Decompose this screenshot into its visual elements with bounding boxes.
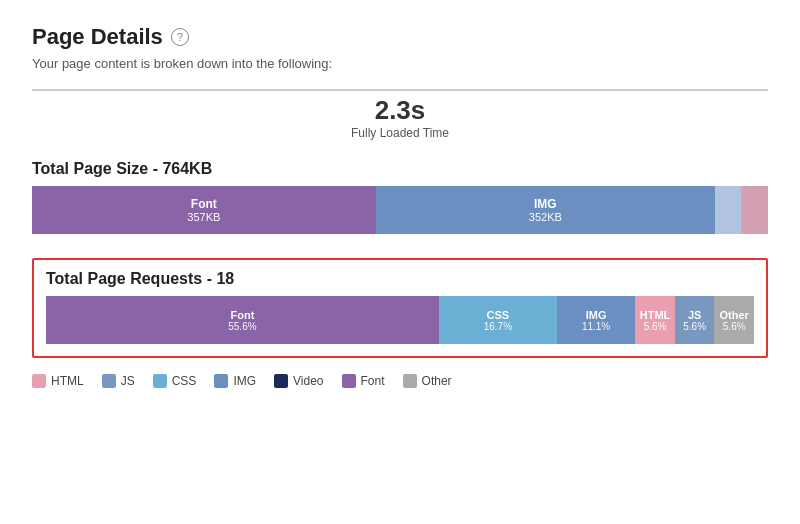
req-bar-segment: HTML5.6% xyxy=(635,296,675,344)
help-badge[interactable]: ? xyxy=(171,28,189,46)
legend-item: Video xyxy=(274,374,323,388)
size-bar-segment xyxy=(715,186,741,234)
legend-color-box xyxy=(403,374,417,388)
size-bar-segment: Font357KB xyxy=(32,186,376,234)
legend-color-box xyxy=(274,374,288,388)
flt-line xyxy=(32,89,768,91)
legend-label: Font xyxy=(361,374,385,388)
page-subtitle: Your page content is broken down into th… xyxy=(32,56,768,71)
size-bar: Font357KBIMG352KB xyxy=(32,186,768,234)
requests-box: Total Page Requests - 18 Font55.6%CSS16.… xyxy=(32,258,768,358)
req-bar-segment: IMG11.1% xyxy=(557,296,635,344)
page-title: Page Details xyxy=(32,24,163,50)
legend-color-box xyxy=(214,374,228,388)
legend-label: IMG xyxy=(233,374,256,388)
legend-color-box xyxy=(342,374,356,388)
size-section-title: Total Page Size - 764KB xyxy=(32,160,768,178)
req-bar-segment: CSS16.7% xyxy=(439,296,557,344)
req-bar-segment: Other5.6% xyxy=(714,296,754,344)
legend-item: JS xyxy=(102,374,135,388)
legend-color-box xyxy=(153,374,167,388)
legend-item: IMG xyxy=(214,374,256,388)
legend-item: Font xyxy=(342,374,385,388)
legend-color-box xyxy=(102,374,116,388)
legend-color-box xyxy=(32,374,46,388)
legend-item: HTML xyxy=(32,374,84,388)
flt-section: 2.3s Fully Loaded Time xyxy=(32,89,768,140)
size-bar-segment: IMG352KB xyxy=(376,186,715,234)
legend-label: HTML xyxy=(51,374,84,388)
req-bar-segment: Font55.6% xyxy=(46,296,439,344)
legend: HTMLJSCSSIMGVideoFontOther xyxy=(32,374,768,388)
flt-label: Fully Loaded Time xyxy=(351,126,449,140)
req-bar-segment: JS5.6% xyxy=(675,296,715,344)
legend-item: Other xyxy=(403,374,452,388)
legend-label: Other xyxy=(422,374,452,388)
legend-label: CSS xyxy=(172,374,197,388)
requests-section-title: Total Page Requests - 18 xyxy=(46,270,754,288)
requests-bar: Font55.6%CSS16.7%IMG11.1%HTML5.6%JS5.6%O… xyxy=(46,296,754,344)
legend-item: CSS xyxy=(153,374,197,388)
legend-label: Video xyxy=(293,374,323,388)
size-bar-segment xyxy=(741,186,768,234)
flt-value: 2.3s xyxy=(375,95,426,126)
legend-label: JS xyxy=(121,374,135,388)
